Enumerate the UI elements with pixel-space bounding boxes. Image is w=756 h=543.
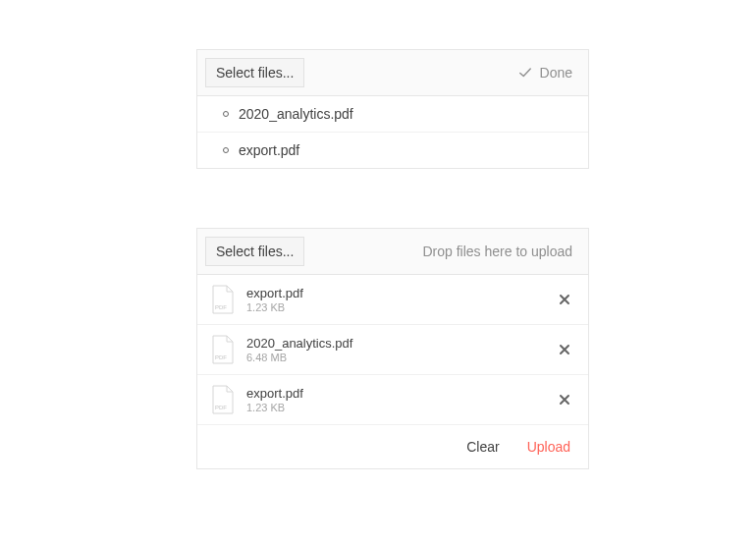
upload-widget-done: Select files... Done 2020_analytics.pdf … [196, 49, 589, 169]
checkmark-icon [518, 66, 532, 80]
select-files-button[interactable]: Select files... [205, 58, 304, 87]
pdf-file-icon: PDF [211, 285, 235, 314]
list-item[interactable]: 2020_analytics.pdf [197, 96, 588, 133]
list-item: PDF 2020_analytics.pdf 6.48 MB [197, 325, 588, 375]
status-dot-icon [223, 111, 229, 117]
status-dot-icon [223, 147, 229, 153]
pdf-file-icon: PDF [211, 385, 235, 414]
pdf-file-icon: PDF [211, 335, 235, 364]
remove-file-button[interactable] [555, 290, 574, 309]
list-item[interactable]: export.pdf [197, 133, 588, 168]
done-status: Done [518, 65, 580, 81]
svg-text:PDF: PDF [215, 354, 227, 360]
upload-widget-pending: Select files... Drop files here to uploa… [196, 228, 589, 469]
file-size: 1.23 KB [246, 301, 543, 313]
file-name: 2020_analytics.pdf [239, 106, 353, 122]
file-name: 2020_analytics.pdf [246, 336, 543, 351]
upload-button[interactable]: Upload [527, 439, 570, 455]
dropzone-hint: Drop files here to upload [422, 244, 580, 259]
svg-text:PDF: PDF [215, 405, 227, 410]
upload-footer: Clear Upload [197, 425, 588, 468]
done-label: Done [540, 65, 572, 81]
upload-header[interactable]: Select files... Drop files here to uploa… [197, 229, 588, 275]
clear-button[interactable]: Clear [466, 439, 499, 455]
file-name: export.pdf [239, 142, 299, 158]
file-size: 6.48 MB [246, 352, 543, 363]
file-name: export.pdf [246, 286, 543, 300]
select-files-button[interactable]: Select files... [205, 237, 304, 266]
file-name: export.pdf [246, 386, 543, 401]
list-item: PDF export.pdf 1.23 KB [197, 375, 588, 425]
remove-file-button[interactable] [555, 340, 574, 359]
file-list: 2020_analytics.pdf export.pdf [197, 96, 588, 168]
svg-text:PDF: PDF [215, 304, 227, 310]
remove-file-button[interactable] [555, 390, 574, 409]
list-item: PDF export.pdf 1.23 KB [197, 275, 588, 325]
upload-header: Select files... Done [197, 50, 588, 96]
file-list: PDF export.pdf 1.23 KB PDF 2020_analytic… [197, 275, 588, 425]
file-size: 1.23 KB [246, 402, 543, 413]
